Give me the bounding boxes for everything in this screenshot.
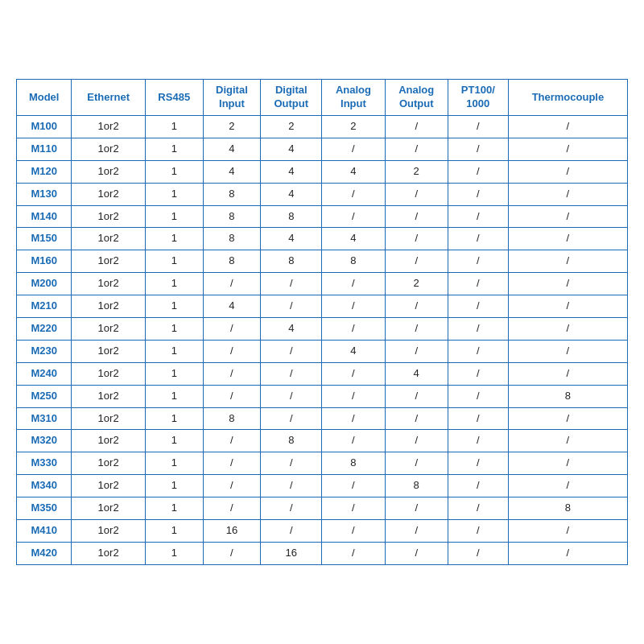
table-cell-1-5: / [322, 138, 385, 160]
table-cell-3-6: / [385, 183, 448, 205]
table-row: M1201or214442// [17, 160, 628, 183]
table-cell-4-4: 8 [261, 205, 322, 228]
table-cell-10-4: / [261, 340, 322, 362]
table-cell-15-6: / [385, 452, 448, 475]
col-header-0: Model [17, 80, 72, 116]
table-cell-11-5: / [322, 362, 385, 385]
table-cell-5-1: 1or2 [72, 228, 146, 250]
table-cell-2-8: / [508, 160, 627, 183]
table-cell-10-8: / [508, 340, 627, 362]
table-cell-2-5: 4 [322, 160, 385, 183]
table-cell-16-2: 1 [145, 475, 203, 497]
table-cell-14-4: 8 [261, 430, 322, 452]
table-cell-4-1: 1or2 [72, 205, 146, 228]
table-cell-19-5: / [322, 542, 385, 564]
table-cell-8-4: / [261, 295, 322, 318]
table-cell-6-4: 8 [261, 250, 322, 273]
table-cell-3-4: 4 [261, 183, 322, 205]
table-cell-18-1: 1or2 [72, 520, 146, 543]
table-cell-14-6: / [385, 430, 448, 452]
col-header-1: Ethernet [72, 80, 146, 116]
col-header-6: AnalogOutput [385, 80, 448, 116]
table-cell-3-2: 1 [145, 183, 203, 205]
table-cell-16-5: / [322, 475, 385, 497]
table-cell-14-0: M320 [17, 430, 72, 452]
table-cell-14-3: / [203, 430, 261, 452]
table-cell-13-2: 1 [145, 407, 203, 430]
col-header-2: RS485 [145, 80, 203, 116]
table-row: M1101or2144//// [17, 138, 628, 160]
table-row: M3201or21/8//// [17, 430, 628, 452]
table-cell-19-3: / [203, 542, 261, 564]
table-cell-16-7: / [448, 475, 508, 497]
table-cell-17-3: / [203, 497, 261, 520]
table-cell-0-1: 1or2 [72, 115, 146, 138]
table-cell-12-0: M250 [17, 385, 72, 407]
table-cell-14-5: / [322, 430, 385, 452]
table-cell-17-7: / [448, 497, 508, 520]
table-cell-7-2: 1 [145, 273, 203, 295]
table-cell-19-8: / [508, 542, 627, 564]
table-cell-5-0: M150 [17, 228, 72, 250]
table-row: M1601or21888/// [17, 250, 628, 273]
table-cell-18-4: / [261, 520, 322, 543]
table-cell-13-4: / [261, 407, 322, 430]
table-cell-7-3: / [203, 273, 261, 295]
table-cell-11-7: / [448, 362, 508, 385]
table-cell-1-3: 4 [203, 138, 261, 160]
table-cell-0-6: / [385, 115, 448, 138]
table-row: M2501or21/////8 [17, 385, 628, 407]
table-row: M1401or2188//// [17, 205, 628, 228]
table-cell-1-8: / [508, 138, 627, 160]
table-cell-6-8: / [508, 250, 627, 273]
table-cell-17-8: 8 [508, 497, 627, 520]
table-cell-19-0: M420 [17, 542, 72, 564]
table-cell-6-3: 8 [203, 250, 261, 273]
table-cell-7-6: 2 [385, 273, 448, 295]
table-cell-18-2: 1 [145, 520, 203, 543]
table-cell-2-1: 1or2 [72, 160, 146, 183]
table-cell-17-1: 1or2 [72, 497, 146, 520]
table-row: M4101or2116///// [17, 520, 628, 543]
table-cell-18-6: / [385, 520, 448, 543]
table-cell-6-5: 8 [322, 250, 385, 273]
table-cell-15-4: / [261, 452, 322, 475]
table-cell-4-7: / [448, 205, 508, 228]
table-row: M2301or21//4/// [17, 340, 628, 362]
table-cell-15-2: 1 [145, 452, 203, 475]
table-cell-1-4: 4 [261, 138, 322, 160]
table-cell-16-8: / [508, 475, 627, 497]
table-cell-0-8: / [508, 115, 627, 138]
table-cell-3-1: 1or2 [72, 183, 146, 205]
table-cell-19-2: 1 [145, 542, 203, 564]
table-cell-9-3: / [203, 318, 261, 341]
table-cell-4-8: / [508, 205, 627, 228]
table-cell-0-0: M100 [17, 115, 72, 138]
table-cell-18-8: / [508, 520, 627, 543]
table-cell-16-3: / [203, 475, 261, 497]
table-cell-18-7: / [448, 520, 508, 543]
table-cell-12-6: / [385, 385, 448, 407]
table-cell-7-0: M200 [17, 273, 72, 295]
table-cell-13-0: M310 [17, 407, 72, 430]
table-cell-11-0: M240 [17, 362, 72, 385]
table-cell-18-5: / [322, 520, 385, 543]
table-cell-17-5: / [322, 497, 385, 520]
table-row: M3101or218///// [17, 407, 628, 430]
table-cell-11-2: 1 [145, 362, 203, 385]
table-cell-17-6: / [385, 497, 448, 520]
table-cell-17-0: M350 [17, 497, 72, 520]
table-cell-3-7: / [448, 183, 508, 205]
table-cell-7-1: 1or2 [72, 273, 146, 295]
table-row: M1501or21844/// [17, 228, 628, 250]
table-cell-5-5: 4 [322, 228, 385, 250]
model-table: ModelEthernetRS485DigitalInputDigitalOut… [16, 79, 628, 565]
table-cell-4-6: / [385, 205, 448, 228]
table-cell-1-2: 1 [145, 138, 203, 160]
table-cell-5-8: / [508, 228, 627, 250]
table-row: M3301or21//8/// [17, 452, 628, 475]
table-cell-15-5: 8 [322, 452, 385, 475]
table-cell-3-5: / [322, 183, 385, 205]
table-cell-5-4: 4 [261, 228, 322, 250]
table-cell-14-1: 1or2 [72, 430, 146, 452]
